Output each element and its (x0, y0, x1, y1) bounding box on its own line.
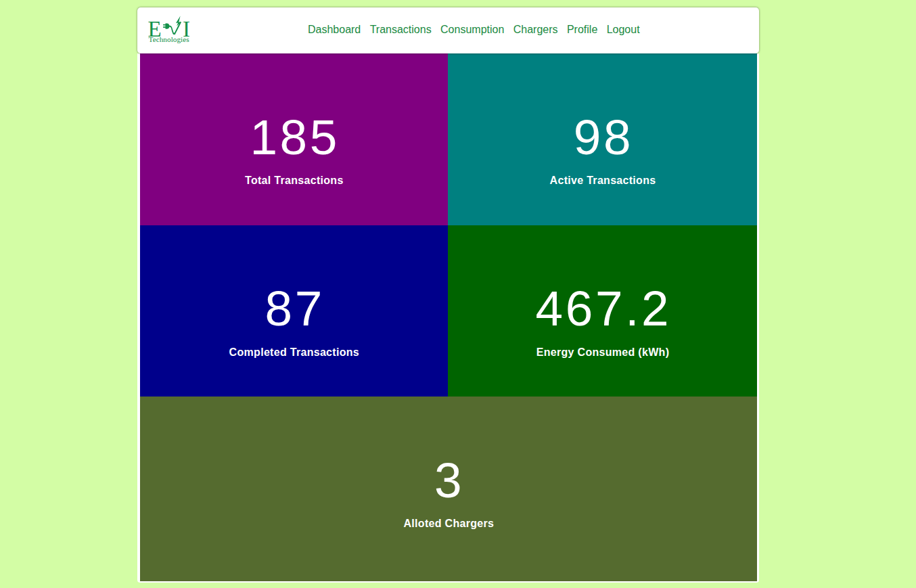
svg-text:Technologies: Technologies (148, 36, 189, 43)
